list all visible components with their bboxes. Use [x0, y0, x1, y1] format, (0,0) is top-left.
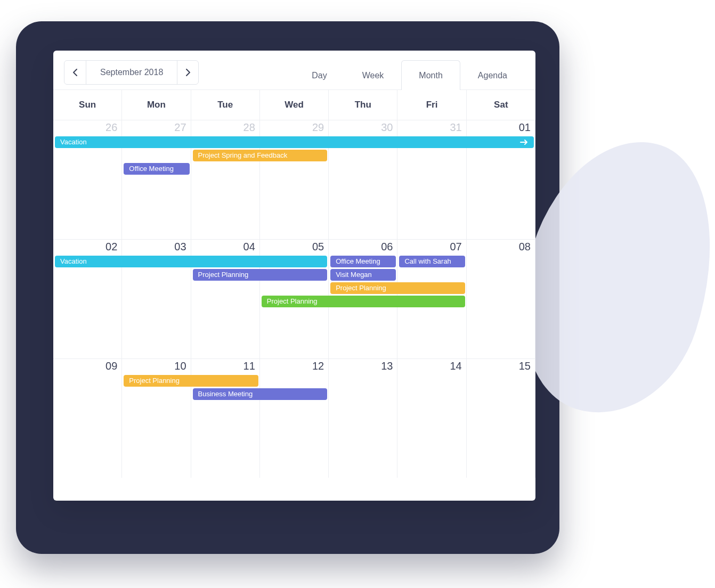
event-label: Vacation: [60, 136, 87, 148]
weekday-header: Tue: [191, 90, 260, 120]
day-number: 03: [174, 241, 186, 253]
day-number: 01: [519, 121, 531, 134]
weekday-header: Wed: [260, 90, 329, 120]
event-label: Project Planning: [267, 296, 318, 307]
event-label: Office Meeting: [336, 256, 380, 267]
day-number: 10: [174, 360, 186, 372]
day-number: 14: [450, 360, 461, 372]
event-label: Project Planning: [336, 282, 386, 294]
day-cell[interactable]: 09: [53, 359, 122, 478]
weekday-header: Sun: [53, 90, 122, 120]
day-number: 11: [243, 360, 255, 372]
weeks-container: 26272829303101VacationProject Spring and…: [53, 120, 535, 478]
day-number: 31: [450, 121, 461, 134]
event-label: Project Planning: [129, 375, 180, 387]
current-period-label[interactable]: September 2018: [86, 61, 177, 84]
event-label: Vacation: [60, 256, 87, 267]
date-nav-group: September 2018: [64, 60, 199, 85]
weekday-header-row: Sun Mon Tue Wed Thu Fri Sat: [53, 90, 535, 120]
event-label: Visit Megan: [336, 269, 372, 281]
day-number: 07: [450, 241, 461, 253]
day-number: 26: [105, 121, 117, 134]
calendar-event[interactable]: Project Planning: [330, 282, 465, 294]
week-row: 02030405060708VacationOffice MeetingCall…: [53, 239, 535, 358]
week-row: 26272829303101VacationProject Spring and…: [53, 120, 535, 239]
weekday-header: Mon: [122, 90, 191, 120]
day-number: 08: [519, 241, 531, 253]
day-number: 09: [105, 360, 117, 372]
event-label: Office Meeting: [129, 163, 174, 175]
calendar-grid: Sun Mon Tue Wed Thu Fri Sat 262728293031…: [53, 90, 535, 478]
day-cell[interactable]: 14: [397, 359, 466, 478]
calendar-card: September 2018 Day Week Month Agenda Sun…: [53, 51, 535, 501]
event-label: Call with Sarah: [404, 256, 451, 267]
day-number: 06: [381, 241, 393, 253]
day-number: 02: [105, 241, 117, 253]
day-number: 13: [381, 360, 393, 372]
event-label: Project Spring and Feedback: [198, 150, 288, 161]
day-number: 30: [381, 121, 393, 134]
calendar-event[interactable]: Office Meeting: [124, 163, 189, 175]
chevron-left-icon: [72, 68, 78, 77]
day-number: 28: [243, 121, 255, 134]
view-tab-week[interactable]: Week: [345, 60, 402, 90]
arrow-right-icon: [520, 139, 529, 145]
calendar-event[interactable]: Project Planning: [124, 375, 258, 387]
day-cell[interactable]: 12: [260, 359, 329, 478]
calendar-event[interactable]: Project Planning: [262, 296, 465, 307]
day-number: 12: [312, 360, 324, 372]
week-row: 09101112131415Project PlanningBusiness M…: [53, 358, 535, 478]
calendar-event[interactable]: Visit Megan: [330, 269, 396, 281]
day-number: 27: [174, 121, 186, 134]
calendar-event[interactable]: Call with Sarah: [399, 256, 465, 267]
weekday-header: Sat: [467, 90, 535, 120]
calendar-toolbar: September 2018 Day Week Month Agenda: [53, 51, 535, 90]
next-button[interactable]: [177, 61, 198, 84]
weekday-header: Thu: [329, 90, 397, 120]
view-tab-agenda[interactable]: Agenda: [460, 60, 525, 90]
calendar-event[interactable]: Vacation: [55, 256, 327, 267]
view-switcher: Day Week Month Agenda: [294, 60, 525, 90]
day-cell[interactable]: 08: [467, 240, 535, 358]
weekday-header: Fri: [397, 90, 466, 120]
calendar-event[interactable]: Project Spring and Feedback: [193, 150, 328, 161]
calendar-event[interactable]: Project Planning: [193, 269, 328, 281]
calendar-event[interactable]: Business Meeting: [193, 388, 328, 400]
day-cell[interactable]: 15: [467, 359, 535, 478]
event-label: Business Meeting: [198, 388, 253, 400]
calendar-event[interactable]: Office Meeting: [330, 256, 396, 267]
day-number: 05: [312, 241, 324, 253]
event-label: Project Planning: [198, 269, 249, 281]
day-number: 04: [243, 241, 255, 253]
prev-button[interactable]: [64, 61, 86, 84]
view-tab-month[interactable]: Month: [401, 60, 460, 90]
chevron-right-icon: [185, 68, 191, 77]
view-tab-day[interactable]: Day: [294, 60, 344, 90]
calendar-event[interactable]: Vacation: [55, 136, 534, 148]
day-number: 15: [519, 360, 531, 372]
day-number: 29: [312, 121, 324, 134]
day-cell[interactable]: 13: [329, 359, 397, 478]
